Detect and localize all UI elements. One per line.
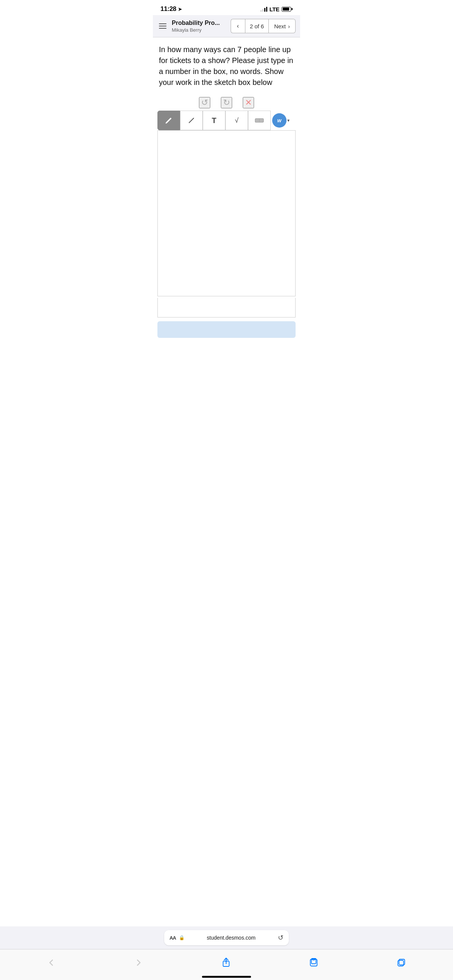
battery-icon [281, 7, 292, 12]
eraser-icon [255, 118, 264, 123]
status-right: LTE [261, 6, 292, 13]
sketch-canvas[interactable] [157, 130, 296, 296]
hamburger-line-2 [159, 25, 167, 26]
lte-label: LTE [270, 6, 279, 13]
browser-share-icon [222, 958, 230, 967]
home-indicator [202, 976, 251, 978]
url-refresh-icon[interactable]: ↺ [278, 934, 283, 942]
browser-share-button[interactable] [218, 956, 235, 970]
nav-page-indicator: 2 of 6 [245, 19, 269, 33]
hamburger-menu-button[interactable] [157, 22, 168, 30]
status-bar: 11:28 ➤ LTE [153, 0, 300, 15]
battery-fill [283, 8, 289, 11]
status-time: 11:28 [161, 5, 176, 13]
header-title: Probability Pro... [172, 19, 227, 26]
signal-bar-4 [266, 7, 267, 12]
battery-tip [291, 8, 292, 10]
hamburger-line-3 [159, 28, 167, 29]
undo-button[interactable]: ↺ [199, 97, 210, 108]
header-subtitle: Mikayla Berry [172, 27, 227, 33]
signal-bar-3 [264, 8, 265, 12]
text-tool-button[interactable]: T [203, 111, 226, 130]
battery-body [281, 7, 291, 12]
math-tool-label: √ [235, 117, 238, 124]
answer-input[interactable] [157, 298, 296, 318]
signal-bars [261, 6, 267, 12]
submit-area [153, 318, 300, 343]
redo-button[interactable]: ↻ [221, 97, 232, 108]
sketch-tools: T √ w ▾ [157, 111, 296, 130]
url-aa-label[interactable]: AA [170, 935, 176, 941]
color-dropdown-arrow-icon: ▾ [287, 118, 289, 123]
nav-controls: ‹ 2 of 6 Next › [230, 19, 296, 33]
header-title-block: Probability Pro... Mikayla Berry [172, 19, 227, 32]
signal-bar-2 [262, 9, 264, 12]
browser-url-bar: AA 🔒 student.desmos.com ↺ [153, 926, 300, 949]
pen-icon [187, 116, 196, 124]
bottom-spacer [153, 343, 300, 404]
app-header: Probability Pro... Mikayla Berry ‹ 2 of … [153, 15, 300, 37]
question-text: In how many ways can 7 people line up fo… [159, 44, 294, 88]
signal-bar-1 [261, 10, 262, 12]
eraser-tool-button[interactable] [248, 111, 271, 130]
url-bar-container[interactable]: AA 🔒 student.desmos.com ↺ [164, 930, 289, 945]
url-lock-icon: 🔒 [179, 935, 184, 940]
question-section: In how many ways can 7 people line up fo… [153, 37, 300, 92]
clear-button[interactable]: ✕ [243, 97, 254, 108]
nav-prev-button[interactable]: ‹ [230, 19, 245, 33]
pen-tool-button[interactable] [180, 111, 203, 130]
navigation-icon: ➤ [178, 6, 182, 12]
color-picker-button[interactable]: w ▾ [272, 113, 289, 127]
color-circle: w [272, 113, 286, 127]
submit-button[interactable] [157, 321, 296, 338]
url-text[interactable]: student.desmos.com [188, 935, 275, 941]
pencil-icon [165, 116, 173, 124]
nav-next-arrow: › [288, 23, 290, 29]
browser-nav [153, 949, 300, 980]
nav-next-label: Next [274, 23, 286, 29]
nav-next-button[interactable]: Next › [269, 19, 296, 33]
sketch-section: ↺ ↻ ✕ T √ w [153, 92, 300, 318]
color-symbol: w [277, 118, 281, 123]
sketch-toolbar-icons: ↺ ↻ ✕ [157, 94, 296, 111]
math-tool-button[interactable]: √ [226, 111, 248, 130]
pencil-tool-button[interactable] [157, 111, 180, 130]
svg-line-0 [189, 118, 194, 123]
hamburger-line-1 [159, 24, 167, 24]
text-tool-label: T [212, 116, 216, 125]
